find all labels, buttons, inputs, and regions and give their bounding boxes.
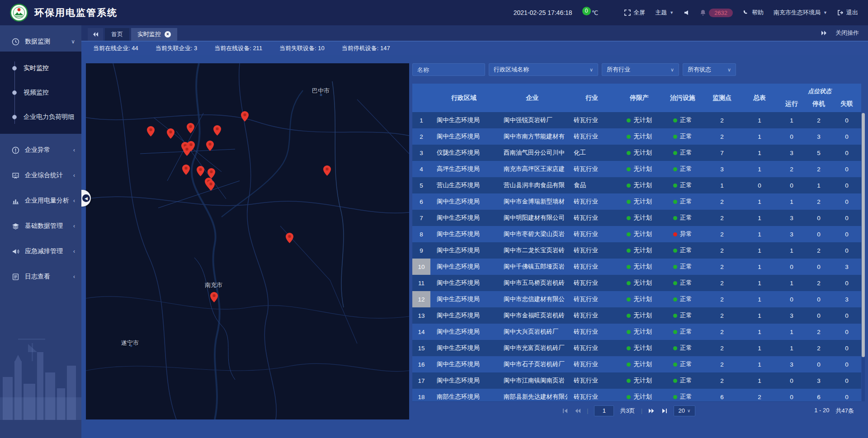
chevron-left-icon: ‹ (73, 198, 75, 204)
stat-item: 当前在线设备: 211 (214, 44, 262, 52)
map-pin-icon[interactable] (208, 168, 215, 179)
table-row[interactable]: 15阆中生态环境局阆中市光富页岩机砖厂砖瓦行业无计划正常21120 (412, 340, 861, 356)
sidebar-group-4[interactable]: 企业用电量分析‹ (0, 191, 81, 211)
enterprise-cell: 阆中市忠信建材有限公 (497, 291, 567, 307)
page-title: 环保用电监管系统 (34, 6, 118, 19)
run-count-cell: 0 (778, 177, 805, 193)
phone-icon (743, 9, 749, 16)
run-count-cell: 0 (778, 259, 805, 275)
first-page-button[interactable] (561, 407, 568, 414)
industry-cell: 砖瓦行业 (567, 275, 616, 291)
industry-select[interactable]: 所有行业∨ (602, 63, 679, 76)
facility-status-cell: 正常 (662, 128, 703, 145)
map-pin-icon[interactable] (147, 126, 155, 137)
map-pin-icon[interactable] (183, 146, 191, 156)
enterprise-cell: 阆中市南方节能建材有 (497, 128, 567, 145)
map-pin-icon[interactable] (206, 141, 214, 151)
prev-page-button[interactable] (574, 407, 581, 414)
tabs-scroll-left-button[interactable] (88, 28, 103, 41)
sidebar-group-5[interactable]: 基础数据管理‹ (0, 216, 81, 236)
tab-close-icon[interactable]: × (165, 31, 171, 38)
double-chevron-right-icon (821, 30, 827, 36)
region-select[interactable]: 行政区域名称∨ (489, 63, 598, 76)
status-dot-icon (627, 232, 631, 236)
limit-status-cell: 无计划 (616, 145, 662, 161)
sidebar-group-2[interactable]: 企业异常‹ (0, 140, 81, 160)
map-pin-icon[interactable] (197, 166, 204, 176)
chevron-down-icon: ∨ (590, 67, 593, 73)
sidebar-group-7[interactable]: 日志查看‹ (0, 267, 81, 287)
enterprise-cell: 阆中市江南镇阆南页岩 (497, 372, 567, 389)
table-row[interactable]: 7阆中生态环境局阆中明阳建材有限公司砖瓦行业无计划正常21300 (412, 210, 861, 226)
mute-button[interactable] (684, 9, 690, 16)
facility-status-cell: 正常 (662, 291, 703, 307)
table-row[interactable]: 13阆中生态环境局阆中市金福旺页岩机砖砖瓦行业无计划正常21300 (412, 307, 861, 324)
stop-count-cell: 2 (805, 324, 832, 340)
facility-status-cell: 正常 (662, 161, 703, 177)
map-pin-icon[interactable] (286, 233, 293, 243)
table-row[interactable]: 8阆中生态环境局阆中市枣碧大梁山页岩砖瓦行业无计划异常21300 (412, 226, 861, 242)
map-pin-icon[interactable] (213, 125, 221, 136)
map-pin-icon[interactable] (241, 111, 249, 122)
table-row[interactable]: 6阆中生态环境局阆中市金博瑞新型墙材砖瓦行业无计划正常21120 (412, 193, 861, 210)
tab-active[interactable]: 实时监控× (131, 28, 177, 41)
table-row[interactable]: 4高坪生态环境局南充市高坪区王家店建砖瓦行业无计划正常31220 (412, 161, 861, 177)
page-number-input[interactable] (594, 405, 614, 416)
theme-dropdown[interactable]: 主题▼ (655, 9, 674, 17)
table-row[interactable]: 16阆中生态环境局阆中市石子页岩机砖厂砖瓦行业无计划正常21300 (412, 356, 861, 372)
org-dropdown[interactable]: 南充市生态环境局▼ (774, 9, 827, 17)
status-select[interactable]: 所有状态∨ (683, 63, 736, 76)
sidebar-group-6[interactable]: 应急减排管理‹ (0, 241, 81, 261)
enterprise-cell: 阆中市枣碧大梁山页岩 (497, 226, 567, 242)
logout-button[interactable]: 退出 (837, 9, 858, 17)
table-row[interactable]: 10阆中生态环境局阆中千佛镇五郎垭页岩砖瓦行业无计划正常21003 (412, 259, 861, 275)
tab-item[interactable]: 首页 (105, 28, 129, 41)
map-pin-icon[interactable] (207, 180, 215, 191)
table-row[interactable]: 3仪陇生态环境局西南油气田分公司川中化工无计划正常71350 (412, 145, 861, 161)
limit-status-cell: 无计划 (616, 291, 662, 307)
enterprise-cell: 南部县新先达建材有限公 (497, 389, 567, 401)
tabs-scroll-right-button[interactable] (821, 30, 827, 36)
help-button[interactable]: 帮助 (743, 9, 764, 17)
table-row[interactable]: 17阆中生态环境局阆中市江南镇阆南页岩砖瓦行业无计划正常21030 (412, 372, 861, 389)
table-row[interactable]: 9阆中生态环境局阆中市二龙长宝页岩砖砖瓦行业无计划正常21120 (412, 242, 861, 259)
sidebar-group-label: 企业用电量分析 (25, 197, 69, 205)
lost-count-cell: 0 (832, 145, 861, 161)
row-index-cell: 1 (412, 112, 430, 128)
stop-count-cell: 2 (805, 161, 832, 177)
scrollbar-thumb[interactable] (862, 113, 865, 357)
last-page-button[interactable] (661, 407, 668, 414)
table-row[interactable]: 5营山生态环境局营山县润丰肉食品有限食品无计划正常10010 (412, 177, 861, 193)
fullscreen-button[interactable]: 全屏 (624, 9, 645, 17)
map-pin-icon[interactable] (187, 123, 194, 133)
sidebar-group-1[interactable]: 数据监测∨ (0, 32, 81, 52)
map-pin-icon[interactable] (167, 128, 175, 139)
sidebar-group-label: 应急减排管理 (25, 247, 63, 255)
stop-count-cell: 3 (805, 372, 832, 389)
map-pin-icon[interactable] (182, 165, 190, 175)
name-search-input[interactable] (412, 63, 485, 76)
industry-cell: 砖瓦行业 (567, 112, 616, 128)
map-panel[interactable]: 巴中市南充市遂宁市 (86, 63, 409, 419)
sidebar-item-active[interactable]: 实时监控 (0, 56, 81, 80)
table-row[interactable]: 14阆中生态环境局阆中大兴页岩机砖厂砖瓦行业无计划正常21120 (412, 324, 861, 340)
sidebar-group-3[interactable]: 企业综合统计‹ (0, 165, 81, 185)
industry-cell: 化工 (567, 145, 616, 161)
next-page-button[interactable] (648, 407, 655, 414)
map-pin-icon[interactable] (323, 165, 331, 176)
monitor-count-cell: 2 (703, 291, 741, 307)
notifications[interactable]: 2632 (700, 9, 733, 17)
page-size-select[interactable]: 20∨ (674, 405, 695, 416)
sidebar-item-link[interactable]: 视频监控 (0, 80, 81, 105)
table-row[interactable]: 1阆中生态环境局阆中强锐页岩砖厂砖瓦行业无计划正常21120 (412, 112, 861, 128)
table-row[interactable]: 12阆中生态环境局阆中市忠信建材有限公砖瓦行业无计划正常21003 (412, 291, 861, 307)
close-operations-button[interactable]: 关闭操作 (835, 29, 859, 37)
run-count-cell: 0 (778, 372, 805, 389)
facility-status-cell: 正常 (662, 259, 703, 275)
table-row[interactable]: 18南部生态环境局南部县新先达建材有限公砖瓦行业无计划正常62060 (412, 389, 861, 401)
table-row[interactable]: 11阆中生态环境局阆中市五马桥页岩机砖砖瓦行业无计划正常21120 (412, 275, 861, 291)
sidebar-item-link[interactable]: 企业电力负荷明细 (0, 105, 81, 129)
sidebar-group-label: 基础数据管理 (25, 222, 63, 230)
map-pin-icon[interactable] (210, 292, 218, 302)
table-row[interactable]: 2阆中生态环境局阆中市南方节能建材有砖瓦行业无计划正常21030 (412, 128, 861, 145)
